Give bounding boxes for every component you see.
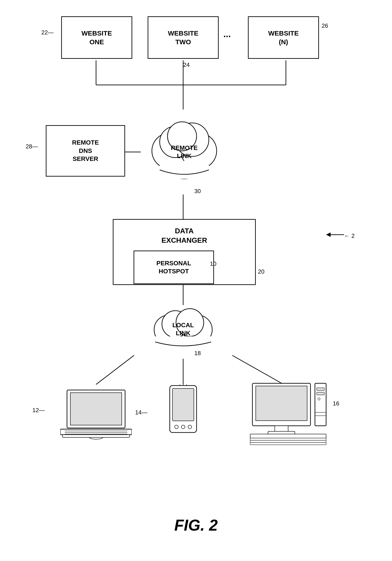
svg-point-50 (318, 398, 320, 400)
svg-rect-28 (70, 393, 122, 425)
phone-icon (161, 384, 205, 452)
remote-link-label: REMOTELINK (171, 144, 198, 160)
svg-rect-20 (160, 161, 209, 179)
svg-rect-34 (63, 435, 129, 437)
website-one-box: WEBSITE ONE (61, 16, 132, 59)
website-n-box: WEBSITE (N) (248, 16, 319, 59)
local-link-label: LOCALLINK (172, 321, 194, 337)
ref-12: 12— (32, 407, 45, 414)
ref-2: ← 2 (344, 232, 355, 239)
website-one-label: WEBSITE ONE (82, 29, 112, 46)
desktop-device (246, 380, 331, 454)
svg-rect-45 (275, 426, 288, 431)
personal-hotspot-label: PERSONAL HOTSPOT (156, 259, 191, 276)
ref-30: 30 (194, 188, 201, 195)
ref-14: 14— (135, 409, 148, 416)
website-two-box: WEBSITE TWO (148, 16, 219, 59)
svg-rect-44 (256, 386, 307, 421)
svg-rect-46 (268, 431, 295, 434)
desktop-icon (248, 381, 328, 453)
local-link-cloud: LOCALLINK (140, 305, 227, 359)
laptop-device (51, 384, 141, 447)
ref-28: 28— (26, 143, 38, 150)
laptop-icon (60, 388, 132, 444)
personal-hotspot-box: PERSONAL HOTSPOT (134, 250, 214, 284)
svg-marker-13 (326, 232, 331, 237)
svg-point-38 (181, 425, 185, 429)
svg-rect-54 (250, 438, 326, 440)
svg-rect-26 (155, 336, 211, 350)
ref-16: 16 (333, 400, 339, 407)
ref-18: 18 (194, 350, 201, 357)
remote-dns-box: REMOTE DNS SERVER (46, 125, 125, 177)
website-two-label: WEBSITE TWO (168, 29, 199, 46)
svg-rect-36 (172, 388, 194, 421)
figure-caption: FIG. 2 (0, 516, 392, 534)
data-exchanger-box: DATA EXCHANGER PERSONAL HOTSPOT (113, 219, 256, 285)
ref-26: 26 (322, 22, 328, 29)
svg-rect-55 (250, 440, 326, 442)
svg-rect-53 (250, 434, 326, 438)
diagram: WEBSITE ONE 22— WEBSITE TWO 24 ... WEBSI… (0, 0, 392, 561)
ref-20: 20 (258, 268, 265, 275)
ref-24: 24 (183, 62, 190, 68)
svg-rect-49 (317, 392, 324, 395)
svg-point-37 (175, 425, 178, 429)
data-exchanger-label: DATA EXCHANGER (120, 227, 248, 245)
remote-link-cloud: REMOTELINK (141, 109, 228, 194)
ellipsis: ... (223, 29, 231, 39)
website-n-label: WEBSITE (N) (268, 29, 299, 46)
svg-rect-56 (250, 442, 326, 445)
svg-rect-48 (317, 388, 324, 390)
svg-point-39 (188, 425, 192, 429)
ref-10: 10 (210, 260, 216, 267)
phone-device (148, 384, 219, 452)
svg-line-9 (96, 355, 134, 384)
remote-dns-label: REMOTE DNS SERVER (72, 139, 99, 163)
ref-22: 22— (41, 29, 53, 36)
